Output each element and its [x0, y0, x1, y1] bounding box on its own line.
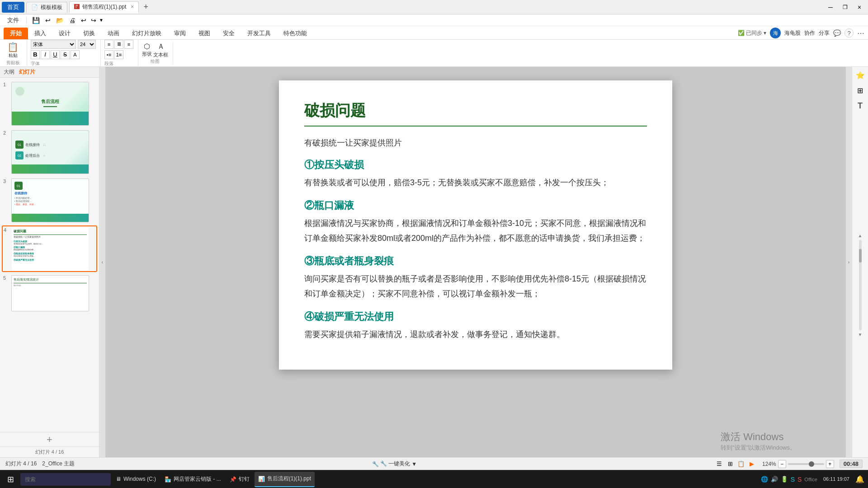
right-scroll-down[interactable]: ▼	[858, 332, 863, 337]
notification-button[interactable]: 🔔	[854, 473, 866, 486]
taskbar-app-3[interactable]: 📌 钉钉	[226, 472, 253, 487]
right-scroll-up[interactable]: ▲	[858, 233, 863, 238]
right-panel-layout[interactable]: ⊞	[854, 84, 867, 97]
shapes-button[interactable]: ⬡形状	[142, 42, 152, 58]
right-panel-star[interactable]: ⭐	[854, 69, 867, 81]
align-right-button[interactable]: ≡	[124, 40, 133, 49]
tray-icon-1[interactable]: 🌐	[761, 476, 768, 483]
app3-label: 钉钉	[239, 475, 250, 483]
slide-view-btn2[interactable]: ⊞	[725, 460, 735, 469]
left-scroll-arrow[interactable]: ‹	[99, 67, 106, 457]
paste-group: 📋粘贴 剪贴板	[4, 41, 27, 66]
shapes-group: ⬡形状 Ａ文本框 绘图	[142, 42, 173, 65]
slide-thumb-1[interactable]: 1 售后流程	[2, 80, 97, 127]
number-list-button[interactable]: 1≡	[114, 50, 123, 59]
dropdown-arrow[interactable]: ▼	[99, 18, 104, 23]
taskbar-search[interactable]	[20, 473, 111, 486]
close-button[interactable]: ×	[853, 2, 866, 12]
optimize-icon: 🔧	[372, 461, 379, 467]
slide-view-btn[interactable]: 幻灯片	[19, 68, 35, 76]
font-color-button[interactable]: A	[71, 50, 80, 59]
tab-insert[interactable]: 插入	[28, 28, 52, 39]
save-button-quick[interactable]: 💾	[30, 16, 42, 25]
underline-button[interactable]: U	[51, 50, 60, 59]
tab-devtools[interactable]: 开发工具	[241, 28, 277, 39]
optimize-button[interactable]: 🔧 🔧 一键美化 ▼	[372, 460, 417, 468]
reading-view-btn[interactable]: ▶	[747, 460, 757, 469]
slide-thumb-2[interactable]: 2 01 在线接待 □ 02 处理后台 ○	[2, 129, 97, 175]
normal-view-btn[interactable]: ☰	[714, 460, 724, 469]
paragraph-group: ≡ ≣ ≡ •≡ 1≡ 段落	[104, 40, 138, 67]
slide-num-2: 2	[3, 130, 9, 136]
paste-button[interactable]: 📋粘贴	[4, 41, 22, 60]
slide-thumb-3[interactable]: 3 01 在线接待 • 常见问题处理... • 售后处理流程... • 退款、换…	[2, 177, 97, 224]
new-tab-button[interactable]: +	[141, 2, 151, 12]
tray-icon-2[interactable]: 🔊	[771, 476, 778, 483]
ribbon-tabs: 开始 插入 设计 切换 动画 幻灯片放映 审阅 视图 安全 开发工具 特色功能 …	[0, 26, 868, 40]
font-group: 宋体 24 B I U S̶ A 字体	[31, 40, 101, 67]
ppt-tab[interactable]: 🅿 销售流程(1)(1).ppt ×	[69, 1, 139, 13]
align-center-button[interactable]: ≣	[114, 40, 123, 49]
align-left-button[interactable]: ≡	[104, 40, 113, 49]
italic-button[interactable]: I	[41, 50, 50, 59]
help-button[interactable]: ?	[844, 28, 854, 38]
tab-animation[interactable]: 动画	[101, 28, 126, 39]
tray-icon-5[interactable]: S	[797, 476, 802, 483]
redo-btn[interactable]: ↪	[90, 16, 97, 25]
zoom-in-button[interactable]: +	[826, 460, 834, 468]
right-scroll-arrow[interactable]: ›	[845, 67, 852, 457]
tab-slideshow[interactable]: 幻灯片放映	[126, 28, 168, 39]
bullet-button[interactable]: •≡	[104, 50, 113, 59]
quick-toolbar: 文件 💾 ↩ 📂 🖨 ↩ ↪ ▼	[0, 14, 868, 26]
zoom-slider-thumb[interactable]	[809, 461, 814, 467]
tab-transition[interactable]: 切换	[77, 28, 101, 39]
font-size-select[interactable]: 24	[78, 40, 96, 49]
section-heading-4: ④破损严重无法使用	[304, 310, 647, 324]
taskbar-app-4[interactable]: 📊 售后流程(1)(1).ppt	[255, 472, 315, 487]
print-button-quick[interactable]: 🖨	[67, 16, 77, 25]
open-button-quick[interactable]: 📂	[54, 16, 66, 25]
slide-thumb-4[interactable]: 4 破损问题 有破损统一让买家提供照片 ①按压头破损 有替换装或者可以使用，赔偿…	[2, 225, 97, 272]
tray-icon-3[interactable]: 🔋	[781, 476, 788, 483]
slide-canvas[interactable]: 破损问题 有破损统一让买家提供照片 ①按压头破损 有替换装或者可以使用，赔偿3-…	[279, 80, 672, 370]
cooperate-button[interactable]: 协作	[804, 29, 815, 37]
tab-start[interactable]: 开始	[4, 28, 28, 39]
ppt-tab-close[interactable]: ×	[131, 4, 134, 10]
taskbar-app-1[interactable]: 🖥 Windows (C:)	[112, 472, 160, 487]
outline-view-btn[interactable]: 大纲	[4, 68, 14, 76]
share-button[interactable]: 分享	[819, 29, 830, 37]
zoom-slider[interactable]	[788, 463, 824, 465]
home-button[interactable]: 首页	[2, 2, 24, 13]
right-panel-scroll-area: ▲ ▼	[858, 115, 863, 455]
slide-num-1: 1	[3, 82, 9, 87]
strikethrough-button[interactable]: S̶	[61, 50, 70, 59]
right-panel-text[interactable]: T	[854, 99, 867, 112]
file-menu-button[interactable]: 文件	[4, 15, 23, 25]
right-scroll-thumb[interactable]	[859, 249, 862, 263]
start-button[interactable]: ⊞	[2, 472, 19, 487]
text-box-button[interactable]: Ａ文本框	[153, 42, 168, 58]
tab-view[interactable]: 视图	[192, 28, 217, 39]
restore-button[interactable]: ❐	[838, 2, 852, 12]
template-tab[interactable]: 📄 模板模板	[26, 2, 67, 13]
minimize-button[interactable]: ─	[824, 2, 837, 12]
tray-icon-4[interactable]: S	[791, 476, 795, 483]
taskbar: ⊞ 🖥 Windows (C:) 🏪 网店管家云销版 - ... 📌 钉钉 📊 …	[0, 470, 868, 488]
comment-button[interactable]: 💬	[833, 29, 841, 37]
notes-view-btn[interactable]: 📋	[736, 460, 746, 469]
tab-review[interactable]: 审阅	[168, 28, 192, 39]
zoom-out-button[interactable]: −	[778, 460, 786, 468]
undo-btn2[interactable]: ↩	[79, 16, 88, 25]
add-slide-button[interactable]: +	[0, 432, 99, 446]
slide-thumb-5[interactable]: 5 售后落实情况统计 统计内容...	[2, 274, 97, 313]
tab-special[interactable]: 特色功能	[277, 28, 313, 39]
tab-security[interactable]: 安全	[217, 28, 241, 39]
more-button[interactable]: ⋯	[857, 29, 864, 38]
activation-line2: 转到"设置"以激活Windows。	[721, 444, 796, 452]
taskbar-app-2[interactable]: 🏪 网店管家云销版 - ...	[161, 472, 225, 487]
tab-design[interactable]: 设计	[52, 28, 77, 39]
author-name: 海龟股	[784, 29, 801, 37]
bold-button[interactable]: B	[31, 50, 40, 59]
font-family-select[interactable]: 宋体	[31, 40, 76, 49]
undo-button[interactable]: ↩	[43, 16, 52, 25]
